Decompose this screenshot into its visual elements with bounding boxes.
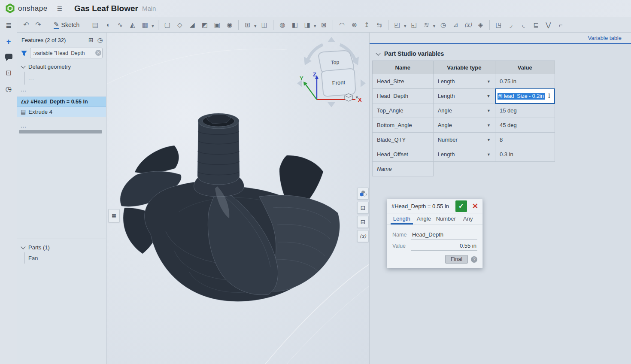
replace-face-icon[interactable]: ⇆ [373, 19, 385, 30]
variable-dialog-titlebar[interactable]: #Head_Depth = 0.55 in ✓ ✕ [387, 199, 482, 213]
filter-icon[interactable] [21, 50, 27, 57]
tab-any[interactable]: Any [457, 213, 479, 224]
fan-impeller-model[interactable] [110, 105, 359, 311]
collapsed-features-ellipsis[interactable]: ... [21, 86, 27, 93]
comments-icon[interactable] [0, 50, 17, 63]
tab-number[interactable]: Number [435, 213, 457, 224]
variable-value-cell[interactable]: 0.3 in [495, 147, 555, 162]
variable-icon[interactable]: (x) [462, 19, 474, 30]
variable-name-cell[interactable]: Bottom_Angle [373, 118, 434, 133]
hole-icon[interactable]: ◉ [224, 19, 235, 30]
variable-type-cell[interactable]: Length▼ [433, 89, 495, 103]
sketch-button[interactable]: ✎ Sketch [50, 20, 83, 30]
rollback-bar[interactable] [19, 130, 102, 133]
collapsed-features-ellipsis[interactable]: ... [21, 122, 27, 129]
onshape-logo[interactable]: onshape [0, 3, 48, 14]
extend-surface-icon[interactable]: ⊑ [530, 19, 542, 30]
split-surface-icon[interactable]: ⋁ [543, 19, 554, 30]
tree-item-extrude-4[interactable]: ▤ Extrude 4 [17, 107, 106, 117]
learning-center-icon[interactable]: ⊡ [0, 66, 17, 79]
named-views-button[interactable]: ⊡ [357, 202, 369, 214]
chevron-down-icon[interactable] [21, 64, 25, 68]
collapsed-features-ellipsis[interactable]: ... [28, 75, 34, 82]
projected-curve-icon[interactable]: ⊿ [450, 19, 461, 30]
variable-value-cell[interactable]: 0.75 in [495, 74, 555, 89]
parts-header[interactable]: Parts (1) [17, 243, 106, 252]
variable-type-cell[interactable]: Angle▼ [433, 103, 495, 118]
variable-type-cell[interactable]: Angle▼ [433, 118, 495, 133]
main-menu-icon[interactable]: ≡ [57, 3, 62, 14]
offset-face-icon[interactable]: ◟ [518, 19, 529, 30]
tab-variable-table[interactable]: Variable table [588, 35, 622, 41]
thicken-icon[interactable]: ▦ [139, 19, 151, 30]
linear-pattern-icon[interactable]: ⊞ [242, 19, 253, 30]
chevron-down-icon[interactable] [21, 244, 25, 249]
offset-surface-dropdown-icon[interactable]: ▼ [432, 24, 436, 28]
tab-length[interactable]: Length [391, 213, 413, 224]
tab-angle[interactable]: Angle [413, 213, 435, 224]
thicken-dropdown-icon[interactable]: ▼ [151, 24, 155, 28]
shell-icon[interactable]: ▣ [211, 19, 223, 30]
tree-item-collapsed[interactable]: ... [17, 72, 106, 85]
revolve-icon[interactable]: ◖ [102, 19, 113, 30]
column-header-value[interactable]: Value [495, 61, 555, 74]
part-item-fan[interactable]: Fan [17, 252, 106, 264]
variable-value-edit-cell[interactable]: #Head_Size - 0.2inI [495, 89, 555, 103]
name-field[interactable]: Head_Depth [411, 231, 477, 240]
delete-part-icon[interactable]: ⊠ [318, 19, 330, 30]
modify-fillet-icon[interactable]: ◠ [336, 19, 348, 30]
surface-extrude-dropdown-icon[interactable]: ▼ [403, 24, 407, 28]
variable-name-cell[interactable]: Top_Angle [373, 103, 434, 118]
offset-surface-icon[interactable]: ≋ [421, 19, 432, 30]
composite-part-icon[interactable]: ◈ [475, 19, 486, 30]
helix-icon[interactable]: ◷ [437, 19, 449, 30]
redo-button[interactable]: ↷ [33, 19, 44, 30]
variable-name-cell[interactable]: Head_Offset [373, 147, 434, 162]
section-view-button[interactable]: ⊟ [357, 216, 369, 228]
ruled-surface-icon[interactable]: ◞ [505, 19, 517, 30]
chamfer-icon[interactable]: ◇ [174, 19, 185, 30]
transform-dropdown-icon[interactable]: ▼ [313, 24, 317, 28]
new-variable-name-cell[interactable]: Name [373, 162, 434, 176]
extrude-icon[interactable]: ▤ [89, 19, 101, 30]
help-icon[interactable]: ? [471, 256, 477, 263]
column-header-name[interactable]: Name [373, 61, 434, 74]
clear-filter-icon[interactable]: ✕ [95, 50, 101, 56]
tree-item-collapsed[interactable]: ... [17, 85, 106, 94]
insert-folder-icon[interactable]: ⊞ [88, 36, 94, 43]
feature-filter-input[interactable] [30, 48, 103, 58]
draft-icon[interactable]: ◢ [186, 19, 198, 30]
split-icon[interactable]: ◧ [289, 19, 300, 30]
insert-version-icon[interactable]: + [0, 35, 17, 48]
rib-icon[interactable]: ◩ [199, 19, 210, 30]
undo-button[interactable]: ↶ [21, 19, 32, 30]
view-options-cube-button[interactable]: ▼ [344, 93, 359, 102]
confirm-button[interactable]: ✓ [455, 200, 467, 212]
boolean-icon[interactable]: ◍ [276, 19, 288, 30]
mirror-icon[interactable]: ◫ [258, 19, 270, 30]
variable-table-toggle-button[interactable]: (x) [357, 230, 369, 242]
variable-name-cell[interactable]: Head_Size [373, 74, 434, 89]
fill-surface-icon[interactable]: ◱ [408, 19, 420, 30]
value-field[interactable]: 0.55 in [411, 242, 477, 251]
appearance-button[interactable] [357, 188, 369, 200]
column-header-type[interactable]: Variable type [433, 61, 495, 74]
variable-value-cell[interactable]: 15 deg [495, 103, 555, 118]
variable-name-cell[interactable]: Blade_QTY [373, 133, 434, 147]
tree-item-default-geometry[interactable]: Default geometry [17, 62, 106, 72]
delete-face-icon[interactable]: ⊗ [349, 19, 360, 30]
final-button[interactable]: Final [445, 255, 468, 264]
variable-value-cell[interactable]: 45 deg [495, 118, 555, 133]
feature-list-icon[interactable]: ≣ [0, 19, 17, 32]
boundary-surface-icon[interactable]: ◳ [493, 19, 504, 30]
feature-list-flyout-button[interactable]: ≣ [108, 209, 120, 222]
sweep-icon[interactable]: ∿ [114, 19, 126, 30]
linear-pattern-dropdown-icon[interactable]: ▼ [253, 24, 257, 28]
loft-icon[interactable]: ◭ [127, 19, 138, 30]
move-face-icon[interactable]: ↥ [361, 19, 373, 30]
surface-extrude-icon[interactable]: ◰ [391, 19, 403, 30]
feature-history-icon[interactable]: ◷ [97, 36, 103, 43]
variable-type-cell[interactable]: Length▼ [433, 147, 495, 162]
part-studio-variables-header[interactable]: Part Studio variables [370, 44, 631, 61]
tree-item-collapsed[interactable]: ... [17, 120, 106, 131]
